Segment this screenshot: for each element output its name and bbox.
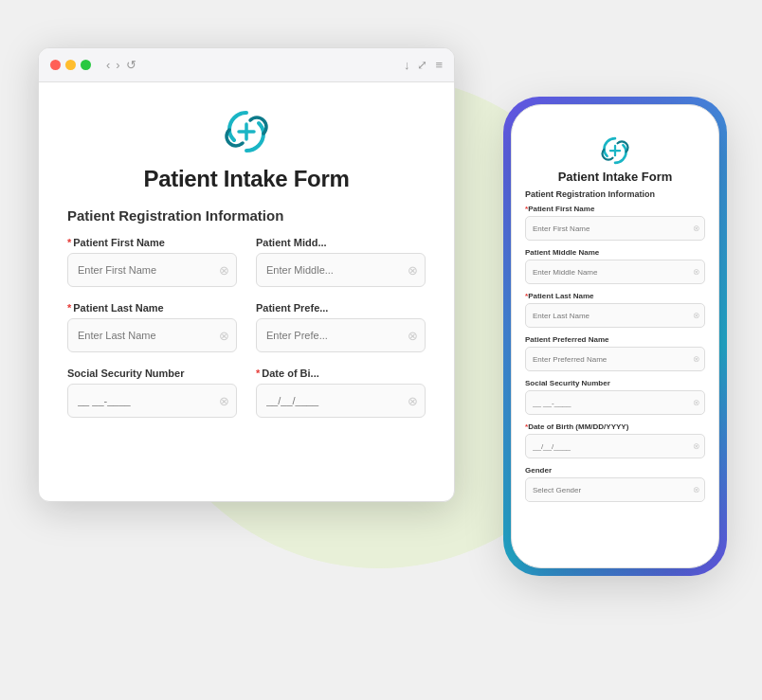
phone-clear-gender-icon[interactable]: ⊗: [693, 485, 700, 494]
menu-icon: ≡: [435, 58, 443, 72]
phone-section-title: Patient Registration Information: [525, 189, 705, 199]
field-preferred-name: Patient Prefe... ⊗: [256, 302, 426, 352]
phone-clear-first-name-icon[interactable]: ⊗: [693, 224, 700, 233]
phone-clear-preferred-name-icon[interactable]: ⊗: [693, 354, 700, 364]
desktop-form-grid: *Patient First Name ⊗ Patient Midd... ⊗ …: [67, 237, 426, 418]
phone-input-wrapper-dob: ⊗: [525, 434, 705, 458]
label-last-name: *Patient Last Name: [67, 302, 237, 314]
phone-label-last-name: *Patient Last Name: [525, 292, 705, 300]
phone-field-preferred-name: Patient Preferred Name ⊗: [525, 335, 705, 371]
desktop-logo-icon: [220, 105, 273, 158]
phone-input-middle-name[interactable]: [525, 260, 705, 284]
phone-field-middle-name: Patient Middle Name ⊗: [525, 248, 705, 284]
field-last-name: *Patient Last Name ⊗: [67, 302, 237, 352]
input-wrapper-ssn: ⊗: [67, 384, 237, 418]
input-wrapper-preferred-name: ⊗: [256, 318, 426, 352]
desktop-app-title: Patient Intake Form: [143, 166, 349, 192]
phone-input-wrapper-first-name: ⊗: [525, 216, 705, 241]
phone-field-dob: *Date of Birth (MM/DD/YYYY) ⊗: [525, 422, 705, 458]
phone-clear-last-name-icon[interactable]: ⊗: [693, 311, 700, 320]
label-preferred-name: Patient Prefe...: [256, 302, 426, 314]
refresh-button[interactable]: ↺: [126, 58, 136, 72]
input-dob[interactable]: [256, 384, 426, 418]
phone-input-first-name[interactable]: [525, 216, 705, 241]
clear-dob-icon[interactable]: ⊗: [408, 394, 418, 408]
phone-input-last-name[interactable]: [525, 303, 705, 328]
field-middle-name: Patient Midd... ⊗: [256, 237, 426, 287]
phone-logo-icon: [598, 134, 632, 168]
phone-input-gender[interactable]: [525, 477, 705, 502]
field-ssn: Social Security Number ⊗: [67, 368, 237, 418]
field-dob: *Date of Bi... ⊗: [256, 368, 426, 418]
clear-preferred-name-icon[interactable]: ⊗: [408, 329, 418, 343]
phone-input-wrapper-ssn: ⊗: [525, 390, 705, 415]
phone-clear-middle-name-icon[interactable]: ⊗: [693, 267, 700, 277]
phone-clear-ssn-icon[interactable]: ⊗: [693, 398, 700, 407]
input-wrapper-middle-name: ⊗: [256, 253, 426, 287]
phone-notch: [577, 105, 653, 122]
minimize-button[interactable]: [65, 60, 76, 70]
phone-label-first-name: *Patient First Name: [525, 205, 705, 213]
phone-label-ssn: Social Security Number: [525, 379, 705, 387]
input-last-name[interactable]: [67, 318, 237, 352]
phone-label-preferred-name: Patient Preferred Name: [525, 335, 705, 344]
phone-input-wrapper-middle-name: ⊗: [525, 260, 705, 284]
phone-label-dob: *Date of Birth (MM/DD/YYYY): [525, 422, 705, 431]
phone-input-ssn[interactable]: [525, 390, 705, 415]
phone-input-wrapper-preferred-name: ⊗: [525, 347, 705, 371]
field-first-name: *Patient First Name ⊗: [67, 237, 237, 287]
input-preferred-name[interactable]: [256, 318, 426, 352]
phone-app-title: Patient Intake Form: [558, 170, 673, 184]
back-button[interactable]: ‹: [106, 58, 110, 72]
browser-content: Patient Intake Form Patient Registration…: [39, 82, 454, 440]
phone-input-wrapper-gender: ⊗: [525, 477, 705, 502]
phone-input-dob[interactable]: [525, 434, 705, 458]
phone-field-first-name: *Patient First Name ⊗: [525, 205, 705, 241]
input-first-name[interactable]: [67, 253, 237, 287]
traffic-lights: [50, 60, 91, 70]
label-middle-name: Patient Midd...: [256, 237, 426, 248]
clear-first-name-icon[interactable]: ⊗: [219, 263, 229, 278]
input-wrapper-last-name: ⊗: [67, 318, 237, 352]
forward-button[interactable]: ›: [116, 58, 119, 72]
download-icon: ↓: [404, 58, 410, 72]
label-dob: *Date of Bi...: [256, 368, 426, 379]
phone-logo-area: Patient Intake Form: [525, 134, 705, 184]
phone-input-wrapper-last-name: ⊗: [525, 303, 705, 328]
clear-ssn-icon[interactable]: ⊗: [219, 394, 229, 408]
phone-field-ssn: Social Security Number ⊗: [525, 379, 705, 415]
phone-input-preferred-name[interactable]: [525, 347, 705, 371]
clear-middle-name-icon[interactable]: ⊗: [408, 263, 418, 278]
input-middle-name[interactable]: [256, 253, 426, 287]
phone-label-middle-name: Patient Middle Name: [525, 248, 705, 257]
desktop-logo-area: Patient Intake Form: [67, 105, 426, 192]
expand-icon: ⤢: [417, 58, 427, 72]
input-ssn[interactable]: [67, 384, 237, 418]
phone-screen: Patient Intake Form Patient Registration…: [512, 122, 718, 567]
clear-last-name-icon[interactable]: ⊗: [219, 329, 229, 343]
close-button[interactable]: [50, 60, 61, 70]
browser-toolbar: ‹ › ↺ ↓ ⤢ ≡: [39, 48, 454, 82]
label-first-name: *Patient First Name: [67, 237, 237, 248]
mobile-phone: Patient Intake Form Patient Registration…: [511, 104, 719, 568]
browser-nav: ‹ › ↺: [106, 58, 136, 72]
phone-field-gender: Gender ⊗: [525, 466, 705, 502]
label-ssn: Social Security Number: [67, 368, 237, 379]
desktop-browser-window: ‹ › ↺ ↓ ⤢ ≡ Patient Intake Form Patient …: [38, 47, 455, 502]
input-wrapper-dob: ⊗: [256, 384, 426, 418]
phone-field-last-name: *Patient Last Name ⊗: [525, 292, 705, 328]
phone-clear-dob-icon[interactable]: ⊗: [693, 441, 700, 451]
maximize-button[interactable]: [81, 60, 91, 70]
input-wrapper-first-name: ⊗: [67, 253, 237, 287]
desktop-section-title: Patient Registration Information: [67, 207, 426, 224]
phone-label-gender: Gender: [525, 466, 705, 475]
